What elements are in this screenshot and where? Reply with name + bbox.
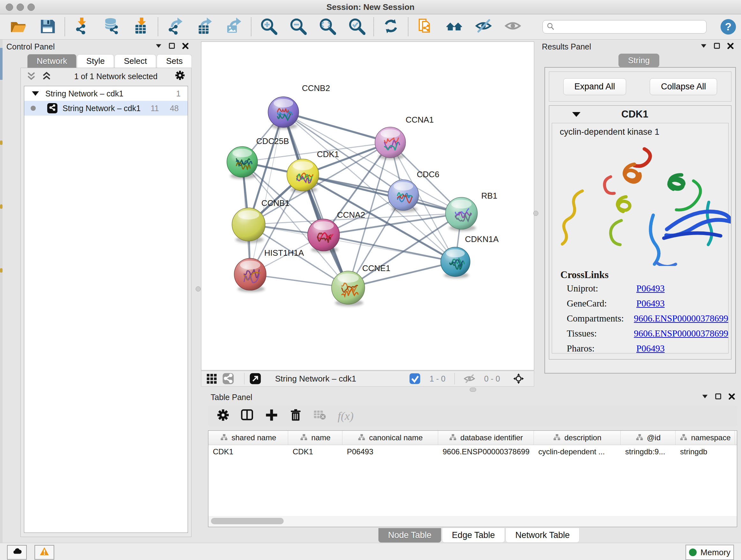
node-CCNE1[interactable]: [332, 271, 365, 304]
network-canvas[interactable]: CCNB2CCNA1CDC25BCDK1CDC6RB1CCNB1CCNA2CDK…: [201, 42, 534, 370]
table-options-gear-icon[interactable]: [216, 408, 230, 424]
close-panel-icon[interactable]: [182, 42, 189, 51]
export-image-button[interactable]: [224, 17, 244, 37]
selected-checkbox-icon[interactable]: [409, 373, 421, 384]
memory-button[interactable]: Memory: [685, 545, 734, 560]
network-collection-row[interactable]: String Network – cdk1 1: [24, 86, 188, 101]
left-splitter-handle[interactable]: [196, 287, 201, 292]
save-session-button[interactable]: [38, 17, 57, 37]
edge-RB1-CCNE1[interactable]: [348, 213, 461, 288]
column-header-shared-name[interactable]: shared name: [208, 431, 288, 445]
cell--id[interactable]: stringdb:9...: [621, 447, 676, 456]
crosslink-link[interactable]: 9606.ENSP00000378699: [634, 313, 728, 324]
open-file-button[interactable]: [8, 17, 28, 37]
export-network-button[interactable]: [165, 17, 185, 37]
collection-disclosure-icon[interactable]: [32, 91, 39, 96]
show-columns-icon[interactable]: [241, 408, 254, 424]
column-header-namespace[interactable]: namespace: [676, 431, 735, 445]
tab-edge-table[interactable]: Edge Table: [442, 528, 505, 543]
network-options-gear-icon[interactable]: [175, 70, 185, 83]
edge-CCNB2-CCNA1[interactable]: [283, 112, 390, 142]
tab-sets[interactable]: Sets: [157, 54, 192, 68]
crosslink-link[interactable]: P06493: [636, 343, 665, 354]
expand-all-networks-icon[interactable]: [42, 71, 51, 81]
tab-node-table[interactable]: Node Table: [378, 528, 441, 543]
column-header-canonical-name[interactable]: canonical name: [342, 431, 438, 445]
cell-database-identifier[interactable]: 9606.ENSP00000378699: [438, 447, 534, 456]
cell-name[interactable]: CDK1: [288, 447, 342, 456]
crosslink-link[interactable]: 9606.ENSP00000378699: [634, 328, 728, 339]
hidden-eye-icon[interactable]: [464, 373, 475, 384]
zoom-in-button[interactable]: [259, 17, 278, 37]
node-CCNA2[interactable]: [308, 219, 340, 251]
add-column-icon[interactable]: [265, 408, 278, 424]
crosslink-link[interactable]: P06493: [636, 298, 665, 309]
network-graph[interactable]: CCNB2CCNA1CDC25BCDK1CDC6RB1CCNB1CCNA2CDK…: [201, 42, 534, 370]
grid-view-icon[interactable]: [206, 373, 217, 384]
cloud-button[interactable]: [7, 545, 27, 560]
bottom-splitter-handle[interactable]: [470, 388, 476, 392]
table-row[interactable]: CDK1CDK1P064939606.ENSP00000378699cyclin…: [208, 445, 737, 458]
zoom-selected-button[interactable]: [347, 17, 366, 37]
node-CCNB2[interactable]: [268, 97, 299, 127]
table-horizontal-scrollbar[interactable]: [208, 516, 737, 527]
refresh-layout-button[interactable]: [381, 17, 401, 37]
column-header-description[interactable]: description: [534, 431, 621, 445]
import-table-button[interactable]: [131, 17, 151, 37]
column-header-name[interactable]: name: [288, 431, 342, 445]
node-CCNA1[interactable]: [375, 127, 406, 158]
tab-select[interactable]: Select: [115, 54, 156, 68]
cell-namespace[interactable]: stringdb: [676, 447, 735, 456]
zoom-out-button[interactable]: [288, 17, 308, 37]
collapse-all-button[interactable]: Collapse All: [650, 78, 717, 95]
right-splitter-handle[interactable]: [533, 211, 538, 216]
birdseye-crosshair-icon[interactable]: [513, 373, 524, 384]
help-button[interactable]: ?: [720, 18, 737, 35]
tab-network-table[interactable]: Network Table: [506, 528, 580, 543]
collapse-all-networks-icon[interactable]: [26, 71, 36, 81]
cell-canonical-name[interactable]: P06493: [342, 447, 438, 456]
import-network-database-button[interactable]: [102, 17, 121, 37]
protein-disclosure-icon[interactable]: [572, 112, 581, 117]
node-table[interactable]: shared namenamecanonical namedatabase id…: [208, 430, 737, 516]
warnings-button[interactable]: [35, 545, 54, 560]
network-row[interactable]: String Network – cdk1 11 48: [24, 101, 188, 116]
node-CDKN1A[interactable]: [441, 247, 470, 276]
column-header--id[interactable]: @id: [621, 431, 676, 445]
hide-selected-button[interactable]: [474, 17, 494, 37]
edge-CCNA2-CDKN1A[interactable]: [324, 235, 455, 262]
home-button[interactable]: [445, 17, 465, 37]
close-panel-icon[interactable]: [728, 393, 735, 402]
network-share-icon[interactable]: [222, 373, 234, 384]
cell-shared-name[interactable]: CDK1: [208, 447, 288, 456]
crosslink-link[interactable]: P06493: [636, 283, 665, 294]
search-input[interactable]: [542, 20, 706, 34]
tab-string[interactable]: String: [618, 54, 659, 67]
clone-network-button[interactable]: [415, 17, 435, 37]
node-CCNB1[interactable]: [232, 208, 265, 241]
undock-panel-icon[interactable]: [715, 393, 722, 402]
node-RB1[interactable]: [446, 197, 477, 229]
delete-column-icon[interactable]: [289, 408, 302, 424]
node-CDC6[interactable]: [388, 180, 419, 210]
expand-all-button[interactable]: Expand All: [563, 78, 626, 95]
tab-network[interactable]: Network: [27, 54, 76, 68]
cell-description[interactable]: cyclin-dependent ...: [534, 447, 621, 456]
scrollbar-thumb[interactable]: [211, 518, 284, 524]
undock-panel-icon[interactable]: [169, 42, 176, 51]
node-CDC25B[interactable]: [227, 146, 258, 177]
export-table-button[interactable]: [195, 17, 214, 37]
import-network-button[interactable]: [72, 17, 92, 37]
node-HIST1H1A[interactable]: [234, 258, 266, 290]
float-panel-icon[interactable]: [155, 42, 162, 51]
float-panel-icon[interactable]: [700, 42, 707, 51]
float-panel-icon[interactable]: [701, 393, 709, 402]
node-CDK1[interactable]: [287, 159, 319, 191]
zoom-fit-button[interactable]: [317, 17, 337, 37]
show-hidden-button[interactable]: [503, 17, 523, 37]
column-header-database-identifier[interactable]: database identifier: [438, 431, 534, 445]
close-panel-icon[interactable]: [727, 42, 734, 51]
tab-style[interactable]: Style: [77, 54, 114, 68]
detach-view-icon[interactable]: [250, 373, 261, 384]
undock-panel-icon[interactable]: [714, 42, 721, 51]
